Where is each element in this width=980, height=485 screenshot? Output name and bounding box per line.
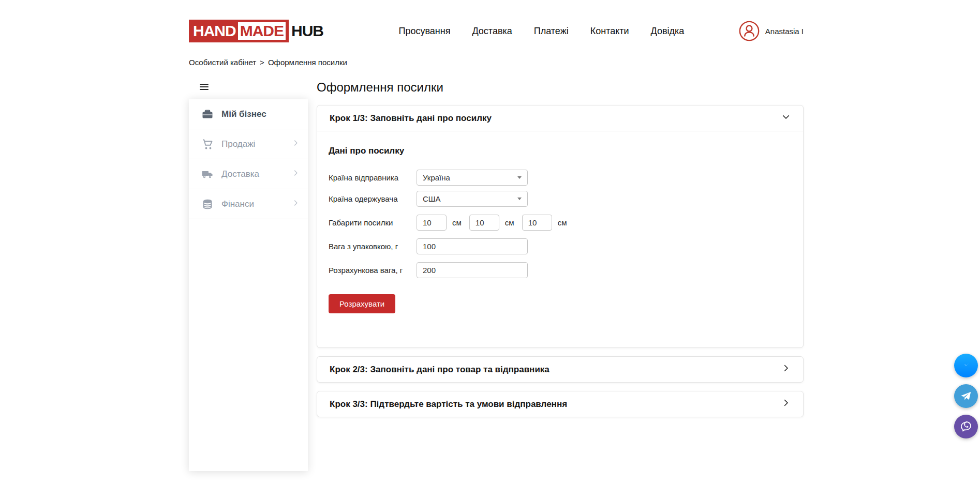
telegram-icon[interactable] (954, 384, 978, 408)
main-nav: Просування Доставка Платежі Контакти Дов… (344, 26, 739, 37)
header: HANDMADEHUB Просування Доставка Платежі … (189, 0, 804, 42)
briefcase-icon (201, 108, 214, 120)
social-stack (954, 354, 978, 438)
nav-item-contacts[interactable]: Контакти (590, 26, 629, 37)
caret-down-icon (517, 198, 522, 200)
user-circle-icon (739, 21, 760, 41)
step-3-card: Крок 3/3: Підтвердьте вартість та умови … (317, 391, 804, 417)
sidebar-item-label: Фінанси (221, 199, 292, 209)
messenger-icon[interactable] (954, 354, 978, 377)
dimension-unit: см (452, 218, 462, 227)
caret-down-icon (517, 176, 522, 179)
calc-weight-input[interactable] (417, 262, 528, 278)
step-1-title: Крок 1/3: Заповніть дані про посилку (330, 113, 492, 124)
step-3-title: Крок 3/3: Підтвердьте вартість та умови … (330, 399, 567, 410)
nav-item-delivery[interactable]: Доставка (472, 26, 512, 37)
brand-hub: HUB (289, 22, 323, 40)
sender-country-value: Україна (423, 173, 450, 182)
sidebar-item-label: Продажі (221, 139, 292, 149)
dimension-unit: см (505, 218, 514, 227)
dimension-length-input[interactable] (417, 215, 447, 231)
breadcrumb-item-current: Оформлення посилки (268, 58, 347, 67)
weight-input[interactable] (417, 238, 528, 254)
breadcrumb-item-account[interactable]: Особистий кабінет (189, 58, 256, 67)
chevron-right-icon (781, 363, 791, 375)
coins-icon (201, 198, 214, 210)
nav-item-help[interactable]: Довідка (651, 26, 685, 37)
user-name: Anastasia I (765, 27, 804, 36)
chevron-right-icon (292, 139, 300, 149)
recipient-country-value: США (423, 194, 441, 203)
sidebar-item-delivery[interactable]: Доставка (189, 159, 308, 189)
dimension-height-input[interactable] (522, 215, 552, 231)
sidebar-item-finance[interactable]: Фінанси (189, 189, 308, 219)
calculate-button[interactable]: Розрахувати (329, 294, 395, 313)
dimension-unit: см (558, 218, 567, 227)
sidebar-item-label: Доставка (221, 169, 292, 179)
step-2-title: Крок 2/3: Заповніть дані про товар та ві… (330, 365, 550, 375)
recipient-country-select[interactable]: США (417, 191, 528, 207)
calc-weight-label: Розрахункова вага, г (329, 266, 417, 275)
sidebar-item-sales[interactable]: Продажі (189, 129, 308, 159)
sender-country-select[interactable]: Україна (417, 170, 528, 186)
nav-item-promotion[interactable]: Просування (398, 26, 450, 37)
nav-item-payments[interactable]: Платежі (534, 26, 569, 37)
sender-country-label: Країна відправника (329, 173, 417, 182)
weight-label: Вага з упаковкою, г (329, 242, 417, 251)
step-3-header[interactable]: Крок 3/3: Підтвердьте вартість та умови … (317, 391, 803, 417)
step-1-card: Крок 1/3: Заповніть дані про посилку Дан… (317, 105, 804, 348)
dimension-width-input[interactable] (469, 215, 499, 231)
sidebar-column: Мій бізнес Продажі (189, 80, 308, 471)
brand-made: MADE (238, 22, 286, 40)
breadcrumb: Особистий кабінет>Оформлення посилки (189, 58, 804, 67)
user-menu[interactable]: Anastasia I (739, 21, 804, 41)
form-heading: Дані про посилку (329, 146, 792, 156)
recipient-country-label: Країна одержувача (329, 194, 417, 203)
brand-hand: HAND (192, 22, 238, 40)
step-2-header[interactable]: Крок 2/3: Заповніть дані про товар та ві… (317, 357, 803, 382)
step-1-body: Дані про посилку Країна відправника Укра… (317, 131, 803, 347)
brand-logo-redbox: HANDMADE (189, 20, 289, 42)
hamburger-icon[interactable] (198, 80, 211, 94)
chevron-right-icon (292, 199, 300, 209)
step-1-header[interactable]: Крок 1/3: Заповніть дані про посилку (317, 105, 803, 131)
sidebar-item-label: Мій бізнес (221, 109, 300, 119)
page-title: Оформлення посилки (317, 80, 804, 95)
sidebar: Мій бізнес Продажі (189, 99, 308, 471)
cart-icon (201, 138, 214, 150)
sidebar-item-my-business[interactable]: Мій бізнес (189, 99, 308, 129)
chevron-right-icon (781, 398, 791, 410)
breadcrumb-separator: > (260, 58, 264, 67)
chevron-right-icon (292, 169, 300, 179)
dimensions-label: Габарити посилки (329, 218, 417, 227)
step-2-card: Крок 2/3: Заповніть дані про товар та ві… (317, 356, 804, 383)
truck-icon (201, 168, 214, 180)
chevron-down-icon (781, 112, 791, 124)
viber-icon[interactable] (954, 415, 978, 438)
main-content: Оформлення посилки Крок 1/3: Заповніть д… (317, 80, 804, 417)
brand-logo[interactable]: HANDMADEHUB (189, 20, 323, 42)
